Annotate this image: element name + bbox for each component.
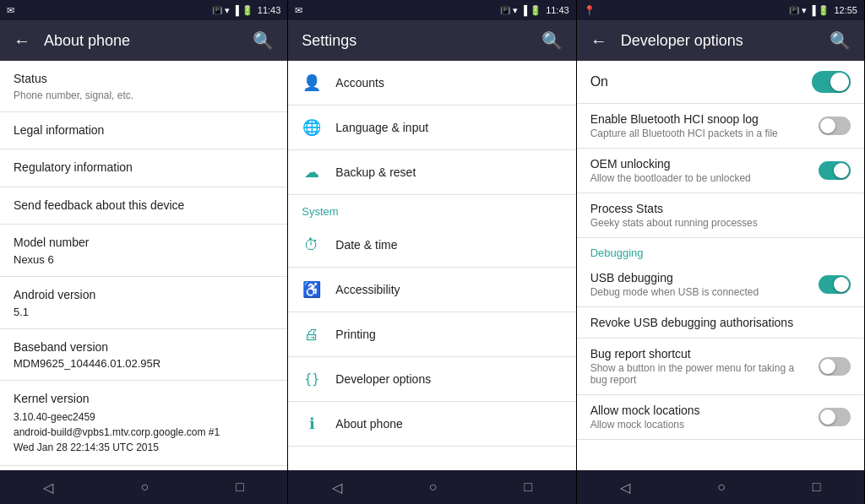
bug-report-subtitle: Show a button in the power menu for taki… [590, 362, 812, 386]
list-item-kernel[interactable]: Kernel version 3.10.40-geec2459 android-… [0, 381, 287, 466]
back-nav-1[interactable]: ◁ [30, 473, 67, 502]
battery-icon: 🔋 [242, 5, 253, 16]
search-button-3[interactable]: 🔍 [830, 30, 851, 51]
status-title: Status [14, 71, 274, 88]
mock-locations-subtitle: Allow mock locations [590, 419, 812, 431]
bug-report-toggle[interactable] [819, 357, 851, 376]
about-phone-panel: ✉ 📳 ▾ ▐ 🔋 11:43 ← About phone 🔍 Status P… [0, 0, 288, 504]
recent-nav-2[interactable]: □ [510, 473, 546, 501]
list-item-regulatory[interactable]: Regulatory information [0, 149, 287, 187]
backup-icon: ☁ [302, 162, 322, 182]
signal-icon: ▐ [232, 5, 239, 15]
back-button-3[interactable]: ← [590, 31, 607, 51]
developer-options-panel: 📍 📳 ▾ ▐ 🔋 12:55 ← Developer options 🔍 On… [577, 0, 865, 504]
list-item-status[interactable]: Status Phone number, signal, etc. [0, 61, 287, 112]
time-display-3: 12:55 [834, 5, 857, 15]
toolbar-title-2: Settings [302, 32, 527, 50]
clock-icon: ⏱ [302, 235, 322, 255]
mock-locations-toggle[interactable] [819, 408, 851, 426]
bluetooth-snoop-toggle[interactable] [819, 117, 851, 135]
bluetooth-snoop-title: Enable Bluetooth HCI snoop log [590, 112, 812, 126]
wifi-icon-3: ▾ [802, 5, 807, 16]
battery-icon-2: 🔋 [530, 5, 541, 16]
home-nav-1[interactable]: ○ [127, 473, 162, 501]
kernel-value: 3.10.40-geec2459 android-build@vpbs1.mtv… [14, 409, 274, 455]
back-nav-3[interactable]: ◁ [607, 473, 644, 502]
settings-content: 👤 Accounts 🌐 Language & input ☁ Backup &… [288, 61, 575, 470]
status-bar-1: ✉ 📳 ▾ ▐ 🔋 11:43 [0, 0, 287, 20]
list-item-android[interactable]: Android version 5.1 [0, 277, 287, 329]
settings-item-printing[interactable]: 🖨 Printing [288, 312, 575, 357]
time-display-2: 11:43 [546, 5, 569, 15]
backup-label: Backup & reset [335, 165, 416, 179]
developer-options-content: On Enable Bluetooth HCI snoop log Captur… [577, 61, 864, 470]
baseband-title: Baseband version [14, 339, 274, 356]
status-bar-2: ✉ 📳 ▾ ▐ 🔋 11:43 [288, 0, 575, 20]
regulatory-title: Regulatory information [14, 160, 274, 176]
dev-item-bug-report[interactable]: Bug report shortcut Show a button in the… [577, 339, 864, 395]
developer-on-label: On [590, 74, 608, 89]
dev-item-mock-locations[interactable]: Allow mock locations Allow mock location… [577, 395, 864, 440]
bluetooth-snoop-subtitle: Capture all Bluetooth HCI packets in a f… [590, 127, 812, 139]
signal-icon-2: ▐ [520, 5, 527, 15]
settings-item-datetime[interactable]: ⏱ Date & time [288, 223, 575, 268]
bug-report-title: Bug report shortcut [590, 347, 812, 360]
vibrate-icon-3: 📳 [789, 6, 799, 15]
datetime-label: Date & time [335, 238, 397, 252]
home-nav-2[interactable]: ○ [416, 473, 451, 501]
recent-nav-3[interactable]: □ [799, 473, 835, 501]
settings-item-accessibility[interactable]: ♿ Accessibility [288, 268, 575, 312]
settings-item-accounts[interactable]: 👤 Accounts [288, 61, 575, 106]
developer-master-toggle[interactable] [812, 71, 851, 93]
search-button-2[interactable]: 🔍 [541, 30, 563, 51]
revoke-usb-text: Revoke USB debugging authorisations [590, 316, 851, 329]
dev-item-oem-unlocking[interactable]: OEM unlocking Allow the bootloader to be… [577, 149, 864, 193]
bluetooth-snoop-text: Enable Bluetooth HCI snoop log Capture a… [590, 112, 812, 139]
home-nav-3[interactable]: ○ [704, 473, 739, 501]
developer-on-row[interactable]: On [577, 61, 864, 104]
legal-title: Legal information [14, 122, 274, 139]
toolbar-1: ← About phone 🔍 [0, 20, 287, 61]
dev-item-bluetooth-snoop[interactable]: Enable Bluetooth HCI snoop log Capture a… [577, 104, 864, 149]
status-bar-left-1: ✉ [7, 5, 14, 16]
printing-label: Printing [335, 328, 375, 341]
accounts-icon: 👤 [302, 73, 322, 93]
settings-item-about[interactable]: ℹ About phone [288, 402, 575, 447]
usb-debug-toggle[interactable] [819, 275, 851, 294]
oem-unlocking-toggle[interactable] [819, 161, 851, 180]
dev-item-usb-debug[interactable]: USB debugging Debug mode when USB is con… [577, 263, 864, 307]
accessibility-label: Accessibility [335, 283, 400, 296]
dev-item-process-stats[interactable]: Process Stats Geeky stats about running … [577, 193, 864, 238]
print-icon: 🖨 [302, 324, 322, 344]
list-item-feedback[interactable]: Send feedback about this device [0, 187, 287, 225]
model-title: Model number [14, 235, 274, 252]
accounts-label: Accounts [335, 76, 384, 89]
accessibility-icon: ♿ [302, 279, 322, 300]
process-stats-subtitle: Geeky stats about running processes [590, 217, 851, 229]
wifi-icon: ▾ [225, 5, 230, 16]
wifi-icon-2: ▾ [513, 5, 518, 16]
vibrate-icon-2: 📳 [500, 6, 510, 15]
developer-icon: {} [302, 369, 322, 389]
search-button-1[interactable]: 🔍 [253, 30, 274, 51]
about-label: About phone [335, 417, 402, 431]
status-bar-right-2: 📳 ▾ ▐ 🔋 11:43 [500, 5, 569, 16]
usb-debug-subtitle: Debug mode when USB is connected [590, 286, 812, 298]
list-item-legal[interactable]: Legal information [0, 112, 287, 150]
list-item-model[interactable]: Model number Nexus 6 [0, 225, 287, 277]
battery-icon-3: 🔋 [818, 5, 830, 16]
dev-item-revoke-usb[interactable]: Revoke USB debugging authorisations [577, 307, 864, 339]
settings-item-developer[interactable]: {} Developer options [288, 357, 575, 402]
developer-label: Developer options [335, 372, 431, 386]
oem-unlocking-title: OEM unlocking [590, 157, 812, 171]
settings-item-backup[interactable]: ☁ Backup & reset [288, 150, 575, 195]
back-nav-2[interactable]: ◁ [318, 473, 356, 502]
back-button-1[interactable]: ← [14, 31, 30, 51]
nav-bar-1: ◁ ○ □ [0, 470, 287, 504]
android-title: Android version [14, 287, 274, 304]
recent-nav-1[interactable]: □ [222, 473, 258, 501]
settings-item-language[interactable]: 🌐 Language & input [288, 106, 575, 150]
list-item-baseband[interactable]: Baseband version MDM9625_104446.01.02.95… [0, 329, 287, 382]
toolbar-3: ← Developer options 🔍 [577, 20, 864, 61]
toolbar-2: Settings 🔍 [288, 20, 575, 61]
